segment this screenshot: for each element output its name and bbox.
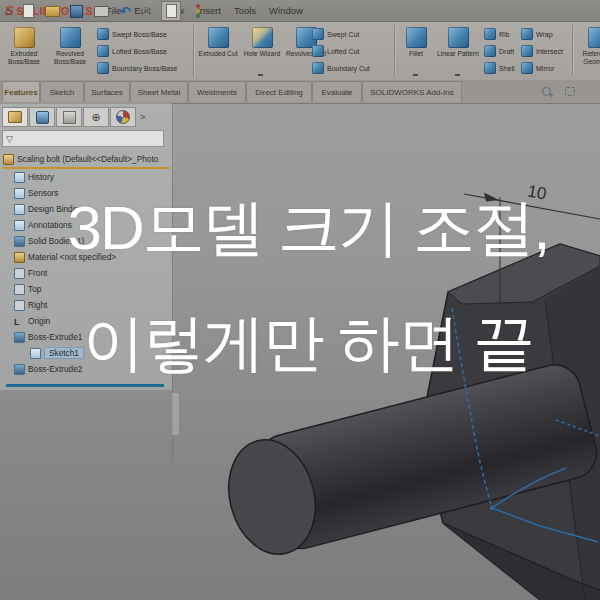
new-document-icon[interactable] [23,4,34,18]
wrap-button[interactable]: Wrap [521,27,553,41]
menu-insert[interactable]: Insert [197,5,221,16]
shell-icon [484,62,496,74]
displaymanager-tab[interactable] [110,107,136,127]
panel-tab-strip: ⊕ > [2,107,145,127]
rib-icon [484,28,496,40]
tab-direct-editing[interactable]: Direct Editing [246,81,312,102]
swept-cut-icon [312,28,324,40]
title-bar: S SOLIDWORKS File Edit View Insert Tools… [0,0,600,22]
intersect-icon [521,45,533,57]
revolved-boss-base-button[interactable]: Revolved Boss/Base [48,24,92,78]
rib-button[interactable]: Rib [484,27,510,41]
extruded-cut-icon [208,27,229,48]
lofted-cut-button[interactable]: Lofted Cut [312,44,359,58]
reference-geometry-button[interactable]: Reference Geometry [576,24,600,78]
boundary-boss-base-button[interactable]: Boundary Boss/Base [97,61,177,75]
tab-features[interactable]: Features [2,81,40,102]
fillet-button[interactable]: Fillet [397,24,435,78]
menu-tools[interactable]: Tools [234,5,256,16]
tree-item-top-plane[interactable]: Top [0,281,172,297]
swept-cut-button[interactable]: Swept Cut [312,27,359,41]
overlay-title-line2: 이렇게만 하면 끝 [8,309,600,377]
tree-item-history[interactable]: History [0,169,172,185]
intersect-button[interactable]: Intersect [521,44,563,58]
tab-evaluate[interactable]: Evaluate [312,81,362,102]
tab-sheet-metal[interactable]: Sheet Metal [130,81,188,102]
hole-wizard-icon [252,27,273,48]
boundary-cut-icon [312,62,324,74]
reference-geometry-icon [588,27,600,48]
home-icon[interactable]: ⌂ [5,5,12,17]
fillet-icon [406,27,427,48]
boundary-boss-base-icon [97,62,109,74]
lasso-select-icon[interactable] [565,87,575,96]
draft-icon [484,45,496,57]
filter-funnel-icon: ▽ [6,134,13,144]
tab-sketch[interactable]: Sketch [40,81,84,102]
part-root-icon [3,154,14,165]
extruded-boss-base-icon [14,27,35,48]
rebuild-icon[interactable]: ↻ [141,6,150,17]
rollback-bar[interactable] [6,384,164,387]
tab-solidworks-addins[interactable]: SOLIDWORKS Add-Ins [362,81,462,102]
draft-button[interactable]: Draft [484,44,514,58]
front-plane-icon [14,268,25,279]
property-icon [36,111,49,124]
menu-window[interactable]: Window [269,5,303,16]
tree-item-front-plane[interactable]: Front [0,265,172,281]
panel-expand-icon[interactable]: > [140,112,145,122]
open-icon[interactable] [45,6,60,17]
propertymanager-tab[interactable] [29,107,55,127]
linear-pattern-button[interactable]: Linear Pattern [436,24,480,78]
top-plane-icon [14,284,25,295]
shell-button[interactable]: Shell [484,61,515,75]
command-manager-toolbar: Extruded Boss/Base Revolved Boss/Base Sw… [0,22,600,80]
extruded-cut-button[interactable]: Extruded Cut [196,24,240,78]
configuration-icon [63,111,76,124]
options-traffic-icon[interactable] [196,4,200,18]
tree-filter-input[interactable]: ▽ [2,130,164,147]
lofted-boss-base-button[interactable]: Lofted Boss/Base [97,44,167,58]
magnifier-icon[interactable] [542,87,551,96]
boundary-cut-button[interactable]: Boundary Cut [312,61,370,75]
revolved-boss-base-icon [60,27,81,48]
quick-access-toolbar: ⌂ · · · · · ↶ · ↻ · · [5,0,200,22]
featuremanager-tab[interactable] [2,107,28,127]
print-icon[interactable] [94,6,109,17]
dimxpertmanager-tab[interactable]: ⊕ [83,107,109,127]
mirror-icon [521,62,533,74]
overlay-title-line1: 3D모델 크기 조절, [8,194,600,262]
dimxpert-icon: ⊕ [91,112,100,123]
wrap-icon [521,28,533,40]
command-manager-tabbar: Features Sketch Surfaces Sheet Metal Wel… [0,80,600,104]
mirror-button[interactable]: Mirror [521,61,554,75]
panel-splitter-handle[interactable] [172,392,180,436]
lofted-cut-icon [312,45,324,57]
part-icon [8,111,22,123]
tree-root[interactable]: Scaling bolt (Default<<Default>_Photo [0,152,172,166]
hole-wizard-button[interactable]: Hole Wizard [240,24,284,78]
configurationmanager-tab[interactable] [56,107,82,127]
file-properties-button[interactable] [161,1,181,21]
history-icon [14,172,25,183]
undo-icon[interactable]: ↶ [120,5,131,18]
file-properties-icon [166,4,177,18]
display-manager-icon [116,110,130,124]
save-icon[interactable] [70,5,83,18]
swept-boss-base-icon [97,28,109,40]
swept-boss-base-button[interactable]: Swept Boss/Base [97,27,167,41]
tab-surfaces[interactable]: Surfaces [84,81,130,102]
extruded-boss-base-button[interactable]: Extruded Boss/Base [2,24,46,78]
linear-pattern-icon [448,27,469,48]
tab-weldments[interactable]: Weldments [188,81,246,102]
lofted-boss-base-icon [97,45,109,57]
